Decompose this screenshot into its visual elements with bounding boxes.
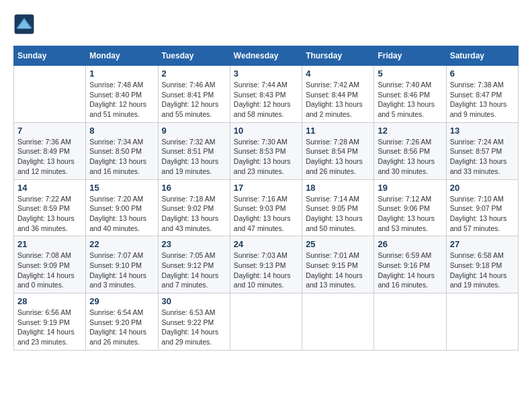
day-info: Sunrise: 7:44 AMSunset: 8:43 PMDaylight:… (234, 80, 298, 120)
day-number: 14 (17, 183, 82, 193)
day-info: Sunrise: 7:14 AMSunset: 9:05 PMDaylight:… (306, 194, 370, 234)
day-number: 9 (162, 126, 226, 136)
calendar-cell: 11Sunrise: 7:28 AMSunset: 8:54 PMDayligh… (302, 122, 374, 179)
calendar-cell: 19Sunrise: 7:12 AMSunset: 9:06 PMDayligh… (374, 179, 446, 236)
calendar-cell: 28Sunrise: 6:56 AMSunset: 9:19 PMDayligh… (14, 293, 86, 351)
day-info: Sunrise: 7:18 AMSunset: 9:02 PMDaylight:… (162, 194, 226, 234)
day-info: Sunrise: 7:20 AMSunset: 9:00 PMDaylight:… (89, 194, 154, 234)
calendar-cell: 4Sunrise: 7:42 AMSunset: 8:44 PMDaylight… (302, 66, 374, 123)
calendar-cell: 7Sunrise: 7:36 AMSunset: 8:49 PMDaylight… (14, 122, 86, 179)
day-info: Sunrise: 7:03 AMSunset: 9:13 PMDaylight:… (234, 250, 298, 290)
calendar-cell: 1Sunrise: 7:48 AMSunset: 8:40 PMDaylight… (86, 66, 158, 123)
column-header-saturday: Saturday (446, 46, 518, 66)
day-number: 2 (162, 68, 226, 79)
column-header-monday: Monday (86, 46, 158, 66)
calendar-week-row: 7Sunrise: 7:36 AMSunset: 8:49 PMDaylight… (14, 122, 519, 179)
day-number: 1 (89, 68, 154, 79)
logo-icon (13, 13, 35, 35)
day-number: 6 (450, 68, 515, 79)
day-info: Sunrise: 7:42 AMSunset: 8:44 PMDaylight:… (306, 80, 370, 120)
calendar-cell: 21Sunrise: 7:08 AMSunset: 9:09 PMDayligh… (14, 236, 86, 293)
day-number: 24 (234, 239, 298, 249)
column-header-thursday: Thursday (302, 46, 374, 66)
column-header-tuesday: Tuesday (158, 46, 230, 66)
calendar-week-row: 21Sunrise: 7:08 AMSunset: 9:09 PMDayligh… (14, 236, 519, 293)
calendar-cell: 29Sunrise: 6:54 AMSunset: 9:20 PMDayligh… (86, 293, 158, 351)
day-number: 12 (378, 126, 442, 136)
day-number: 13 (450, 126, 515, 136)
calendar-table: SundayMondayTuesdayWednesdayThursdayFrid… (13, 46, 519, 351)
day-info: Sunrise: 7:46 AMSunset: 8:41 PMDaylight:… (162, 80, 226, 120)
calendar-cell: 8Sunrise: 7:34 AMSunset: 8:50 PMDaylight… (86, 122, 158, 179)
calendar-cell: 23Sunrise: 7:05 AMSunset: 9:12 PMDayligh… (158, 236, 230, 293)
calendar-cell: 14Sunrise: 7:22 AMSunset: 8:59 PMDayligh… (14, 179, 86, 236)
calendar-cell: 27Sunrise: 6:58 AMSunset: 9:18 PMDayligh… (446, 236, 518, 293)
day-number: 17 (234, 183, 298, 193)
day-number: 29 (89, 296, 154, 306)
calendar-cell: 5Sunrise: 7:40 AMSunset: 8:46 PMDaylight… (374, 66, 446, 123)
calendar-cell: 25Sunrise: 7:01 AMSunset: 9:15 PMDayligh… (302, 236, 374, 293)
calendar-week-row: 14Sunrise: 7:22 AMSunset: 8:59 PMDayligh… (14, 179, 519, 236)
day-info: Sunrise: 6:53 AMSunset: 9:22 PMDaylight:… (162, 308, 226, 347)
day-info: Sunrise: 7:16 AMSunset: 9:03 PMDaylight:… (234, 194, 298, 234)
day-info: Sunrise: 7:30 AMSunset: 8:53 PMDaylight:… (234, 137, 298, 177)
calendar-cell (230, 293, 302, 351)
calendar-cell: 9Sunrise: 7:32 AMSunset: 8:51 PMDaylight… (158, 122, 230, 179)
calendar-cell: 17Sunrise: 7:16 AMSunset: 9:03 PMDayligh… (230, 179, 302, 236)
calendar-cell: 2Sunrise: 7:46 AMSunset: 8:41 PMDaylight… (158, 66, 230, 123)
day-number: 19 (378, 183, 442, 193)
column-header-sunday: Sunday (14, 46, 86, 66)
day-number: 22 (89, 239, 154, 249)
day-number: 26 (378, 239, 442, 249)
calendar-cell: 22Sunrise: 7:07 AMSunset: 9:10 PMDayligh… (86, 236, 158, 293)
day-info: Sunrise: 6:58 AMSunset: 9:18 PMDaylight:… (450, 250, 515, 290)
day-number: 15 (89, 183, 154, 193)
day-number: 27 (450, 239, 515, 249)
day-info: Sunrise: 7:26 AMSunset: 8:56 PMDaylight:… (378, 137, 442, 177)
day-number: 8 (89, 126, 154, 136)
day-info: Sunrise: 7:32 AMSunset: 8:51 PMDaylight:… (162, 137, 226, 177)
day-number: 3 (234, 68, 298, 79)
day-number: 25 (306, 239, 370, 249)
day-info: Sunrise: 7:07 AMSunset: 9:10 PMDaylight:… (89, 250, 154, 290)
day-info: Sunrise: 6:59 AMSunset: 9:16 PMDaylight:… (378, 250, 442, 290)
calendar-cell: 10Sunrise: 7:30 AMSunset: 8:53 PMDayligh… (230, 122, 302, 179)
day-info: Sunrise: 7:01 AMSunset: 9:15 PMDaylight:… (306, 250, 370, 290)
day-number: 11 (306, 126, 370, 136)
day-number: 4 (306, 68, 370, 79)
calendar-cell: 20Sunrise: 7:10 AMSunset: 9:07 PMDayligh… (446, 179, 518, 236)
day-number: 21 (17, 239, 82, 249)
day-info: Sunrise: 7:34 AMSunset: 8:50 PMDaylight:… (89, 137, 154, 177)
day-info: Sunrise: 7:05 AMSunset: 9:12 PMDaylight:… (162, 250, 226, 290)
calendar-cell (302, 293, 374, 351)
calendar-cell: 12Sunrise: 7:26 AMSunset: 8:56 PMDayligh… (374, 122, 446, 179)
calendar-cell: 30Sunrise: 6:53 AMSunset: 9:22 PMDayligh… (158, 293, 230, 351)
calendar-cell: 3Sunrise: 7:44 AMSunset: 8:43 PMDaylight… (230, 66, 302, 123)
day-number: 23 (162, 239, 226, 249)
calendar-cell (374, 293, 446, 351)
logo (13, 13, 38, 35)
calendar-cell: 15Sunrise: 7:20 AMSunset: 9:00 PMDayligh… (86, 179, 158, 236)
calendar-week-row: 1Sunrise: 7:48 AMSunset: 8:40 PMDaylight… (14, 66, 519, 123)
day-info: Sunrise: 7:48 AMSunset: 8:40 PMDaylight:… (89, 80, 154, 120)
day-number: 16 (162, 183, 226, 193)
day-info: Sunrise: 7:10 AMSunset: 9:07 PMDaylight:… (450, 194, 515, 234)
day-number: 30 (162, 296, 226, 306)
calendar-week-row: 28Sunrise: 6:56 AMSunset: 9:19 PMDayligh… (14, 293, 519, 351)
day-info: Sunrise: 7:36 AMSunset: 8:49 PMDaylight:… (17, 137, 82, 177)
calendar-cell (14, 66, 86, 123)
day-number: 7 (17, 126, 82, 136)
day-info: Sunrise: 6:54 AMSunset: 9:20 PMDaylight:… (89, 308, 154, 347)
calendar-cell: 13Sunrise: 7:24 AMSunset: 8:57 PMDayligh… (446, 122, 518, 179)
day-number: 18 (306, 183, 370, 193)
day-info: Sunrise: 7:08 AMSunset: 9:09 PMDaylight:… (17, 250, 82, 290)
calendar-header-row: SundayMondayTuesdayWednesdayThursdayFrid… (14, 46, 519, 66)
day-info: Sunrise: 7:38 AMSunset: 8:47 PMDaylight:… (450, 80, 515, 120)
day-info: Sunrise: 7:22 AMSunset: 8:59 PMDaylight:… (17, 194, 82, 234)
day-info: Sunrise: 7:40 AMSunset: 8:46 PMDaylight:… (378, 80, 442, 120)
day-info: Sunrise: 6:56 AMSunset: 9:19 PMDaylight:… (17, 308, 82, 347)
day-number: 28 (17, 296, 82, 306)
calendar-cell: 18Sunrise: 7:14 AMSunset: 9:05 PMDayligh… (302, 179, 374, 236)
calendar-cell: 26Sunrise: 6:59 AMSunset: 9:16 PMDayligh… (374, 236, 446, 293)
calendar-cell: 6Sunrise: 7:38 AMSunset: 8:47 PMDaylight… (446, 66, 518, 123)
